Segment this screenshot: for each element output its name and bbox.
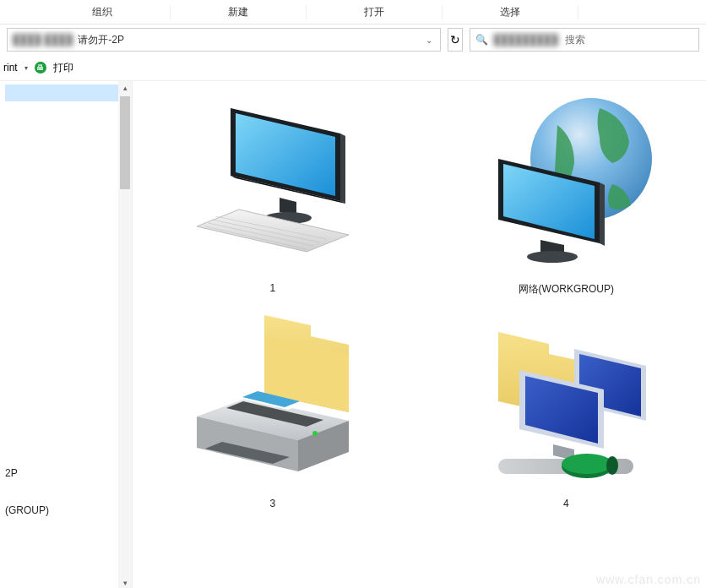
search-blur: █████████ [493, 34, 558, 46]
svg-point-36 [606, 456, 618, 475]
nav-scrollbar[interactable]: ▴ ▾ [118, 81, 132, 588]
nav-item-group[interactable]: (GROUP) [5, 502, 122, 519]
nav-item-selected[interactable] [5, 84, 122, 101]
svg-point-26 [312, 431, 318, 436]
watermark: www.cfan.com.cn [596, 573, 701, 586]
folder-network-pcs-icon [473, 307, 659, 493]
search-input[interactable] [563, 33, 693, 46]
item-label: 网络(WORKGROUP) [519, 282, 614, 297]
item-label: 4 [563, 498, 569, 509]
scroll-down-icon[interactable]: ▾ [118, 576, 132, 588]
search-icon: 🔍 [475, 34, 488, 46]
scroll-up-icon[interactable]: ▴ [118, 81, 132, 95]
print-icon: 🖶 [35, 62, 46, 74]
address-dropdown-icon[interactable]: ⌄ [423, 34, 435, 46]
toolbar: rint ▾ 🖶 打印 [0, 55, 706, 81]
item-folder-network-pcs[interactable]: 4 [456, 307, 676, 509]
svg-point-35 [562, 454, 612, 474]
ribbon-tab-organize[interactable]: 组织 [35, 5, 171, 19]
computer-icon [180, 91, 366, 277]
navigation-pane: 2P (GROUP) ▴ ▾ [0, 81, 133, 588]
svg-marker-14 [600, 182, 605, 246]
toolbar-item-rint[interactable]: rint [3, 62, 18, 74]
ribbon-tab-new[interactable]: 新建 [171, 5, 307, 19]
item-printer-folder[interactable]: 3 [163, 307, 383, 509]
printer-folder-icon [180, 307, 366, 493]
address-bar[interactable]: ████ ████ 请勿开-2P ⌄ [7, 28, 441, 52]
refresh-icon: ↻ [450, 33, 460, 46]
globe-monitor-icon [473, 91, 659, 277]
nav-item-2p[interactable]: 2P [5, 465, 122, 482]
svg-point-16 [527, 251, 578, 263]
svg-marker-2 [340, 133, 345, 204]
ribbon-tabs: 组织 新建 打开 选择 [0, 0, 706, 24]
address-blur: ████ ████ [13, 34, 73, 46]
svg-marker-1 [236, 113, 335, 196]
item-computer[interactable]: 1 [163, 91, 383, 297]
search-box[interactable]: 🔍 █████████ [470, 28, 699, 52]
ribbon-tab-select[interactable]: 选择 [443, 5, 578, 19]
toolbar-dropdown-icon[interactable]: ▾ [24, 64, 28, 72]
ribbon-tab-open[interactable]: 打开 [307, 5, 443, 19]
toolbar-print-label[interactable]: 打印 [53, 61, 73, 75]
content-pane: 1 [133, 81, 706, 588]
item-label: 1 [269, 282, 275, 294]
scroll-thumb[interactable] [120, 96, 130, 189]
item-label: 3 [269, 498, 275, 509]
main-area: 2P (GROUP) ▴ ▾ [0, 81, 706, 588]
refresh-button[interactable]: ↻ [448, 28, 463, 52]
address-text: 请勿开-2P [78, 33, 124, 47]
item-network-workgroup[interactable]: 网络(WORKGROUP) [456, 91, 676, 297]
address-row: ████ ████ 请勿开-2P ⌄ ↻ 🔍 █████████ [0, 24, 706, 55]
